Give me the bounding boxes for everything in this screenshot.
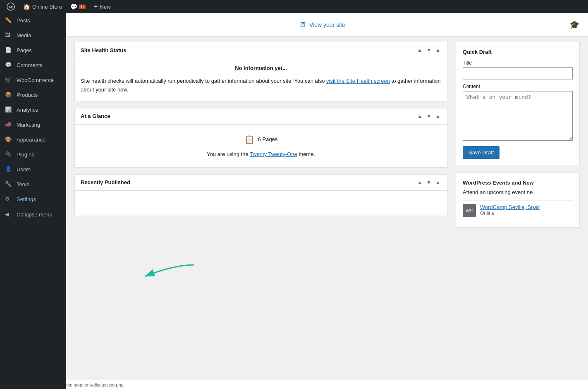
- sidebar-item-posts[interactable]: ✏️ Posts: [0, 13, 66, 28]
- sidebar-item-marketing[interactable]: 📣 Marketing: [0, 118, 66, 132]
- quick-draft-widget: Quick Draft Title Content Save Draft: [456, 42, 580, 166]
- new-content-button[interactable]: + New: [91, 0, 114, 13]
- wp-events-widget: WordPress Events and New Attend an upcom…: [456, 173, 580, 228]
- event-sub: Online: [480, 210, 540, 216]
- site-health-desc: Site health checks will automatically ru…: [81, 77, 441, 94]
- pages-count-icon: 📋: [244, 134, 255, 144]
- main-content: 🖥 View your site 🎓 Site Health Status ▲ …: [66, 13, 588, 389]
- sidebar-item-collapse[interactable]: ◀ Collapse menu: [0, 207, 66, 222]
- analytics-icon: 📊: [5, 106, 13, 114]
- sidebar-item-plugins[interactable]: 🔌 Plugins: [0, 147, 66, 162]
- theme-link[interactable]: Twenty Twenty-One: [250, 151, 297, 157]
- at-a-glance-widget: At a Glance ▲ ▼ ▲ 📋 6 Pages: [74, 108, 447, 168]
- event-avatar: WC: [463, 204, 476, 217]
- sidebar-item-analytics[interactable]: 📊 Analytics: [0, 103, 66, 118]
- at-a-glance-controls: ▲ ▼ ▲: [416, 113, 441, 120]
- content-label: Content: [463, 84, 573, 89]
- site-health-title: Site Health Status: [81, 47, 127, 53]
- sidebar-item-settings[interactable]: ⚙ Settings: [0, 192, 66, 207]
- site-health-close-btn[interactable]: ▲: [435, 46, 441, 54]
- sidebar-item-tools[interactable]: 🔧 Tools: [0, 177, 66, 192]
- title-label: Title: [463, 60, 573, 66]
- sidebar-item-users[interactable]: 👤 Users: [0, 162, 66, 177]
- sidebar-item-appearance[interactable]: 🎨 Appearance: [0, 132, 66, 147]
- settings-icon: ⚙: [5, 195, 13, 204]
- content-textarea[interactable]: [463, 91, 573, 141]
- posts-icon: ✏️: [5, 17, 13, 25]
- woocommerce-icon: 🛒: [5, 76, 13, 84]
- theme-text: You are using the Twenty Twenty-One them…: [81, 148, 441, 161]
- products-icon: 📦: [5, 91, 13, 99]
- recently-published-close-btn[interactable]: ▲: [435, 179, 441, 186]
- view-site-link[interactable]: 🖥 View your site: [299, 21, 345, 29]
- recently-published-widget: Recently Published ▲ ▼ ▲: [74, 174, 447, 216]
- event-item: WC WordCamp Sevilla, Spair Online: [463, 200, 573, 221]
- site-health-widget: Site Health Status ▲ ▼ ▲ No information …: [74, 42, 447, 101]
- status-bar: onlinestorea.kinsta.cloud/wp-admin/optio…: [0, 380, 588, 389]
- pages-count: 📋 6 Pages: [81, 131, 441, 148]
- no-info-text: No information yet...: [81, 65, 441, 71]
- sidebar-item-pages[interactable]: 📄 Pages: [0, 43, 66, 58]
- sidebar: ✏️ Posts 🖼 Media 📄 Pages 💬 Comments 🛒 Wo…: [0, 13, 66, 389]
- comments-icon: 💬: [5, 61, 13, 70]
- svg-text:W: W: [9, 5, 13, 10]
- event-details: WordCamp Sevilla, Spair Online: [480, 204, 540, 216]
- main-layout: ✏️ Posts 🖼 Media 📄 Pages 💬 Comments 🛒 Wo…: [0, 13, 588, 389]
- wp-events-title: WordPress Events and New: [463, 180, 573, 186]
- site-health-controls: ▲ ▼ ▲: [416, 46, 441, 54]
- monitor-icon: 🖥: [299, 21, 306, 29]
- collapse-icon: ◀: [5, 211, 13, 219]
- users-icon: 👤: [5, 166, 13, 174]
- marketing-icon: 📣: [5, 121, 13, 129]
- at-a-glance-header: At a Glance ▲ ▼ ▲: [75, 108, 447, 125]
- sidebar-item-products[interactable]: 📦 Products: [0, 88, 66, 103]
- recently-published-header: Recently Published ▲ ▼ ▲: [75, 175, 447, 191]
- admin-bar: W 🏠 Online Store 💬 0 + New: [0, 0, 588, 13]
- recently-published-controls: ▲ ▼ ▲: [416, 179, 441, 186]
- recently-published-body: [75, 191, 447, 216]
- site-health-body: No information yet... Site health checks…: [75, 58, 447, 101]
- site-health-expand-btn[interactable]: ▼: [425, 46, 432, 54]
- site-health-empty: No information yet...: [81, 65, 441, 71]
- recently-published-title: Recently Published: [81, 179, 130, 185]
- at-a-glance-collapse-btn[interactable]: ▲: [416, 113, 423, 120]
- appearance-icon: 🎨: [5, 136, 13, 144]
- view-site-bar: 🖥 View your site 🎓: [66, 13, 588, 37]
- sidebar-item-comments[interactable]: 💬 Comments: [0, 58, 66, 73]
- site-health-screen-link[interactable]: visit the Site Health screen: [326, 78, 390, 84]
- wp-events-desc: Attend an upcoming event ne: [463, 189, 573, 195]
- graduation-icon: 🎓: [569, 20, 580, 30]
- at-a-glance-close-btn[interactable]: ▲: [435, 113, 441, 120]
- tools-icon: 🔧: [5, 180, 13, 189]
- site-link[interactable]: 🏠 Online Store: [20, 0, 65, 13]
- sidebar-item-media[interactable]: 🖼 Media: [0, 28, 66, 43]
- at-a-glance-title: At a Glance: [81, 113, 110, 119]
- recently-published-expand-btn[interactable]: ▼: [425, 179, 432, 186]
- event-name-link[interactable]: WordCamp Sevilla, Spair: [480, 204, 540, 210]
- right-column: Quick Draft Title Content Save Draft Wor…: [456, 42, 580, 228]
- at-a-glance-expand-btn[interactable]: ▼: [425, 113, 432, 120]
- sidebar-item-woocommerce[interactable]: 🛒 WooCommerce: [0, 73, 66, 88]
- dashboard-content: Site Health Status ▲ ▼ ▲ No information …: [66, 37, 588, 233]
- site-health-header: Site Health Status ▲ ▼ ▲: [75, 42, 447, 58]
- media-icon: 🖼: [5, 31, 13, 40]
- pages-icon: 📄: [5, 46, 13, 55]
- wp-logo-button[interactable]: W: [3, 0, 18, 13]
- quick-draft-title: Quick Draft: [463, 49, 573, 55]
- plugins-icon: 🔌: [5, 151, 13, 159]
- left-column: Site Health Status ▲ ▼ ▲ No information …: [74, 42, 447, 228]
- recently-published-collapse-btn[interactable]: ▲: [416, 179, 423, 186]
- title-input[interactable]: [463, 67, 573, 79]
- save-draft-button[interactable]: Save Draft: [463, 146, 500, 159]
- site-health-collapse-btn[interactable]: ▲: [416, 46, 423, 54]
- comments-link[interactable]: 💬 0: [67, 0, 89, 13]
- at-a-glance-body: 📋 6 Pages You are using the Twenty Twent…: [75, 125, 447, 167]
